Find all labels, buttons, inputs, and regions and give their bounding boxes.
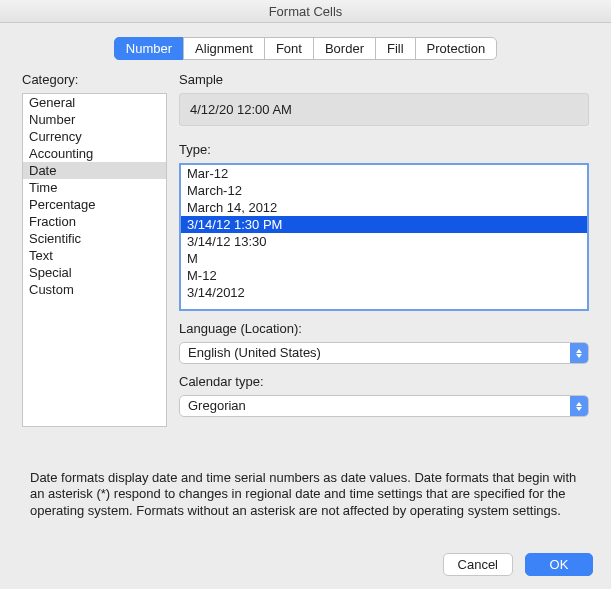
language-value: English (United States): [180, 343, 570, 363]
type-list[interactable]: Mar-12March-12March 14, 20123/14/12 1:30…: [179, 163, 589, 311]
category-item[interactable]: Time: [23, 179, 166, 196]
type-item[interactable]: M-12: [181, 267, 587, 284]
category-item[interactable]: Accounting: [23, 145, 166, 162]
category-label: Category:: [22, 72, 167, 87]
tab-fill[interactable]: Fill: [375, 37, 416, 60]
category-item[interactable]: Text: [23, 247, 166, 264]
sample-label: Sample: [179, 72, 589, 87]
ok-button[interactable]: OK: [525, 553, 593, 576]
window-title: Format Cells: [0, 0, 611, 23]
language-label: Language (Location):: [179, 321, 589, 336]
category-item[interactable]: Date: [23, 162, 166, 179]
calendar-value: Gregorian: [180, 396, 570, 416]
type-label: Type:: [179, 142, 589, 157]
type-item[interactable]: Mar-12: [181, 165, 587, 182]
updown-icon: [570, 396, 588, 416]
updown-icon: [570, 343, 588, 363]
type-item[interactable]: March 14, 2012: [181, 199, 587, 216]
tab-bar: Number Alignment Font Border Fill Protec…: [0, 37, 611, 60]
type-item[interactable]: March-12: [181, 182, 587, 199]
category-item[interactable]: Custom: [23, 281, 166, 298]
tab-number[interactable]: Number: [114, 37, 184, 60]
sample-value: 4/12/20 12:00 AM: [179, 93, 589, 126]
type-item[interactable]: 3/14/12 1:30 PM: [181, 216, 587, 233]
calendar-label: Calendar type:: [179, 374, 589, 389]
tab-border[interactable]: Border: [313, 37, 376, 60]
tab-font[interactable]: Font: [264, 37, 314, 60]
calendar-dropdown[interactable]: Gregorian: [179, 395, 589, 417]
type-item[interactable]: M: [181, 250, 587, 267]
tab-protection[interactable]: Protection: [415, 37, 498, 60]
cancel-button[interactable]: Cancel: [443, 553, 513, 576]
category-item[interactable]: Fraction: [23, 213, 166, 230]
category-item[interactable]: Number: [23, 111, 166, 128]
category-item[interactable]: Scientific: [23, 230, 166, 247]
language-dropdown[interactable]: English (United States): [179, 342, 589, 364]
type-item[interactable]: 3/14/12 13:30: [181, 233, 587, 250]
category-list[interactable]: GeneralNumberCurrencyAccountingDateTimeP…: [22, 93, 167, 427]
category-item[interactable]: Currency: [23, 128, 166, 145]
description-text: Date formats display date and time seria…: [30, 470, 581, 519]
tab-alignment[interactable]: Alignment: [183, 37, 265, 60]
category-item[interactable]: Percentage: [23, 196, 166, 213]
type-item[interactable]: 3/14/2012: [181, 284, 587, 301]
category-item[interactable]: General: [23, 94, 166, 111]
category-item[interactable]: Special: [23, 264, 166, 281]
